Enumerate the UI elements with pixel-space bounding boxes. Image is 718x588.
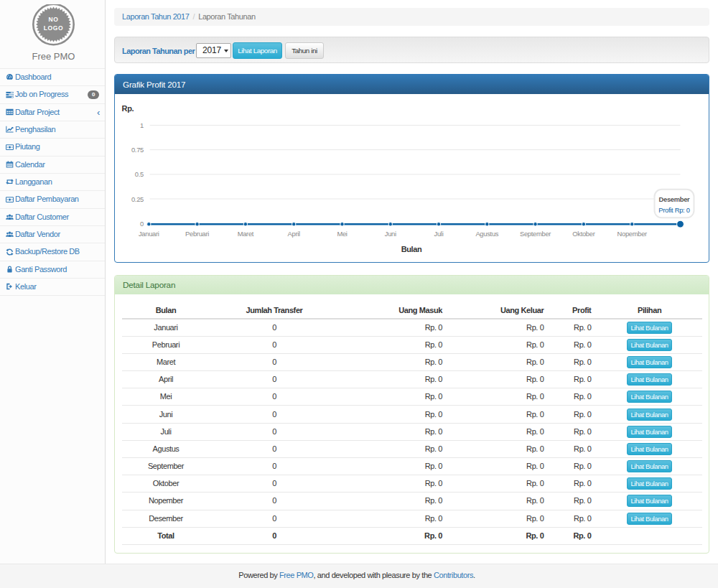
svg-text:Maret: Maret [238,230,254,238]
svg-text:Pebruari: Pebruari [185,230,209,238]
svg-text:Agustus: Agustus [475,230,498,238]
svg-text:Nopember: Nopember [617,230,648,238]
svg-text:Profit Rp: 0: Profit Rp: 0 [658,206,689,214]
svg-text:0.5: 0.5 [135,170,144,178]
svg-text:April: April [288,230,300,238]
svg-text:September: September [520,230,551,238]
svg-text:NO: NO [48,16,58,23]
svg-text:LOGO: LOGO [43,24,62,32]
svg-text:Juni: Juni [385,230,396,238]
svg-text:Oktober: Oktober [572,230,595,238]
svg-text:Mei: Mei [337,230,347,238]
svg-text:Rp.: Rp. [122,104,134,113]
svg-text:Bulan: Bulan [401,245,422,253]
svg-text:Desember: Desember [659,195,691,203]
svg-text:0.25: 0.25 [131,195,144,203]
svg-text:1: 1 [140,121,144,129]
svg-text:0: 0 [140,220,144,228]
svg-text:0.75: 0.75 [131,146,144,154]
svg-text:Juli: Juli [434,230,444,238]
svg-text:Januari: Januari [139,230,159,238]
